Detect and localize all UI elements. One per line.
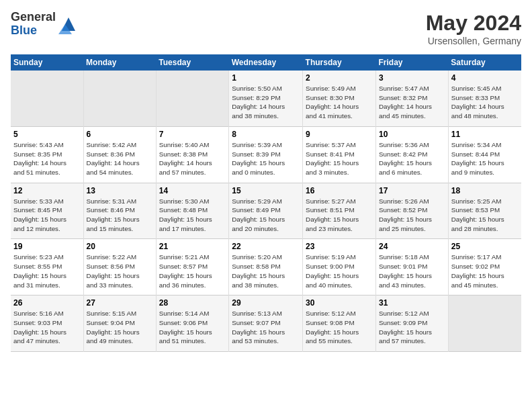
day-number: 2 (306, 73, 373, 83)
logo-blue-text: Blue (11, 24, 56, 38)
day-info: Sunrise: 5:36 AM Sunset: 8:42 PM Dayligh… (379, 140, 445, 177)
day-info: Sunrise: 5:19 AM Sunset: 9:00 PM Dayligh… (306, 253, 373, 289)
day-number: 30 (306, 298, 373, 308)
day-info: Sunrise: 5:23 AM Sunset: 8:55 PM Dayligh… (13, 253, 81, 289)
day-info: Sunrise: 5:43 AM Sunset: 8:35 PM Dayligh… (13, 140, 81, 177)
day-info: Sunrise: 5:40 AM Sunset: 8:38 PM Dayligh… (159, 140, 226, 177)
calendar-cell: 2Sunrise: 5:49 AM Sunset: 8:30 PM Daylig… (303, 71, 376, 126)
day-number: 14 (159, 186, 226, 195)
logo-icon (58, 14, 79, 34)
day-number: 12 (13, 186, 81, 195)
day-number: 22 (232, 242, 300, 251)
calendar-cell: 18Sunrise: 5:25 AM Sunset: 8:53 PM Dayli… (448, 183, 521, 239)
calendar-cell: 17Sunrise: 5:26 AM Sunset: 8:52 PM Dayli… (376, 183, 449, 239)
day-number: 13 (87, 186, 153, 195)
day-number: 5 (13, 130, 81, 139)
day-info: Sunrise: 5:47 AM Sunset: 8:32 PM Dayligh… (379, 84, 445, 121)
calendar-cell: 16Sunrise: 5:27 AM Sunset: 8:51 PM Dayli… (303, 183, 376, 239)
calendar-cell: 4Sunrise: 5:45 AM Sunset: 8:33 PM Daylig… (448, 71, 521, 126)
logo: General Blue (11, 11, 79, 38)
day-number: 26 (13, 298, 81, 308)
calendar-cell: 5Sunrise: 5:43 AM Sunset: 8:35 PM Daylig… (11, 126, 83, 183)
calendar-cell: 14Sunrise: 5:30 AM Sunset: 8:48 PM Dayli… (156, 183, 228, 239)
day-info: Sunrise: 5:16 AM Sunset: 9:03 PM Dayligh… (13, 309, 81, 346)
day-number: 23 (306, 242, 373, 251)
calendar-cell: 9Sunrise: 5:37 AM Sunset: 8:41 PM Daylig… (303, 126, 376, 183)
day-info: Sunrise: 5:14 AM Sunset: 9:06 PM Dayligh… (159, 309, 226, 346)
day-number: 9 (306, 130, 373, 139)
calendar-cell: 15Sunrise: 5:29 AM Sunset: 8:49 PM Dayli… (229, 183, 303, 239)
day-number: 25 (451, 242, 519, 251)
day-number: 1 (232, 73, 300, 83)
day-info: Sunrise: 5:12 AM Sunset: 9:08 PM Dayligh… (306, 309, 373, 346)
calendar-cell: 11Sunrise: 5:34 AM Sunset: 8:44 PM Dayli… (448, 126, 521, 183)
calendar-cell: 10Sunrise: 5:36 AM Sunset: 8:42 PM Dayli… (376, 126, 449, 183)
day-number: 3 (379, 73, 445, 83)
day-info: Sunrise: 5:20 AM Sunset: 8:58 PM Dayligh… (232, 253, 300, 289)
weekday-header-tuesday: Tuesday (156, 54, 228, 71)
day-info: Sunrise: 5:39 AM Sunset: 8:39 PM Dayligh… (232, 140, 300, 177)
day-info: Sunrise: 5:33 AM Sunset: 8:45 PM Dayligh… (13, 197, 81, 234)
week-row-1: 1Sunrise: 5:50 AM Sunset: 8:29 PM Daylig… (11, 71, 521, 126)
page-header: General Blue May 2024 Ursensollen, Germa… (11, 11, 521, 46)
day-number: 31 (379, 298, 445, 308)
day-number: 16 (306, 186, 373, 195)
day-info: Sunrise: 5:25 AM Sunset: 8:53 PM Dayligh… (451, 197, 519, 234)
day-number: 28 (159, 298, 226, 308)
calendar-cell: 19Sunrise: 5:23 AM Sunset: 8:55 PM Dayli… (11, 239, 83, 295)
calendar-cell: 31Sunrise: 5:12 AM Sunset: 9:09 PM Dayli… (376, 295, 449, 352)
calendar-cell: 13Sunrise: 5:31 AM Sunset: 8:46 PM Dayli… (83, 183, 156, 239)
calendar-cell: 24Sunrise: 5:18 AM Sunset: 9:01 PM Dayli… (376, 239, 449, 295)
day-number: 7 (159, 130, 226, 139)
week-row-3: 12Sunrise: 5:33 AM Sunset: 8:45 PM Dayli… (11, 183, 521, 239)
day-info: Sunrise: 5:18 AM Sunset: 9:01 PM Dayligh… (379, 253, 445, 289)
calendar-cell: 22Sunrise: 5:20 AM Sunset: 8:58 PM Dayli… (229, 239, 303, 295)
day-info: Sunrise: 5:21 AM Sunset: 8:57 PM Dayligh… (159, 253, 226, 289)
month-year-title: May 2024 (426, 11, 521, 36)
calendar-cell: 30Sunrise: 5:12 AM Sunset: 9:08 PM Dayli… (303, 295, 376, 352)
logo-general-text: General (11, 11, 56, 24)
title-block: May 2024 Ursensollen, Germany (426, 11, 521, 46)
day-info: Sunrise: 5:45 AM Sunset: 8:33 PM Dayligh… (451, 84, 519, 121)
weekday-header-thursday: Thursday (303, 54, 376, 71)
weekday-header-sunday: Sunday (11, 54, 83, 71)
day-number: 21 (159, 242, 226, 251)
calendar-cell (11, 71, 83, 126)
week-row-2: 5Sunrise: 5:43 AM Sunset: 8:35 PM Daylig… (11, 126, 521, 183)
day-info: Sunrise: 5:13 AM Sunset: 9:07 PM Dayligh… (232, 309, 300, 346)
calendar-cell: 26Sunrise: 5:16 AM Sunset: 9:03 PM Dayli… (11, 295, 83, 352)
weekday-header-monday: Monday (83, 54, 156, 71)
day-info: Sunrise: 5:17 AM Sunset: 9:02 PM Dayligh… (451, 253, 519, 289)
day-info: Sunrise: 5:27 AM Sunset: 8:51 PM Dayligh… (306, 197, 373, 234)
calendar-cell: 3Sunrise: 5:47 AM Sunset: 8:32 PM Daylig… (376, 71, 449, 126)
day-number: 29 (232, 298, 300, 308)
weekday-header-row: SundayMondayTuesdayWednesdayThursdayFrid… (11, 54, 521, 71)
calendar-cell: 21Sunrise: 5:21 AM Sunset: 8:57 PM Dayli… (156, 239, 228, 295)
calendar-cell: 8Sunrise: 5:39 AM Sunset: 8:39 PM Daylig… (229, 126, 303, 183)
calendar-cell: 1Sunrise: 5:50 AM Sunset: 8:29 PM Daylig… (229, 71, 303, 126)
day-number: 27 (87, 298, 153, 308)
calendar-cell: 6Sunrise: 5:42 AM Sunset: 8:36 PM Daylig… (83, 126, 156, 183)
day-number: 6 (87, 130, 153, 139)
day-info: Sunrise: 5:50 AM Sunset: 8:29 PM Dayligh… (232, 84, 300, 121)
calendar-cell: 29Sunrise: 5:13 AM Sunset: 9:07 PM Dayli… (229, 295, 303, 352)
day-info: Sunrise: 5:12 AM Sunset: 9:09 PM Dayligh… (379, 309, 445, 346)
calendar-cell: 25Sunrise: 5:17 AM Sunset: 9:02 PM Dayli… (448, 239, 521, 295)
week-row-4: 19Sunrise: 5:23 AM Sunset: 8:55 PM Dayli… (11, 239, 521, 295)
calendar-cell (156, 71, 228, 126)
calendar-cell: 12Sunrise: 5:33 AM Sunset: 8:45 PM Dayli… (11, 183, 83, 239)
day-number: 11 (451, 130, 519, 139)
day-info: Sunrise: 5:26 AM Sunset: 8:52 PM Dayligh… (379, 197, 445, 234)
calendar-cell: 7Sunrise: 5:40 AM Sunset: 8:38 PM Daylig… (156, 126, 228, 183)
calendar-cell: 28Sunrise: 5:14 AM Sunset: 9:06 PM Dayli… (156, 295, 228, 352)
day-info: Sunrise: 5:37 AM Sunset: 8:41 PM Dayligh… (306, 140, 373, 177)
day-info: Sunrise: 5:42 AM Sunset: 8:36 PM Dayligh… (87, 140, 153, 177)
day-number: 10 (379, 130, 445, 139)
day-number: 8 (232, 130, 300, 139)
day-info: Sunrise: 5:34 AM Sunset: 8:44 PM Dayligh… (451, 140, 519, 177)
day-number: 17 (379, 186, 445, 195)
weekday-header-friday: Friday (376, 54, 449, 71)
week-row-5: 26Sunrise: 5:16 AM Sunset: 9:03 PM Dayli… (11, 295, 521, 352)
day-info: Sunrise: 5:15 AM Sunset: 9:04 PM Dayligh… (87, 309, 153, 346)
day-number: 18 (451, 186, 519, 195)
